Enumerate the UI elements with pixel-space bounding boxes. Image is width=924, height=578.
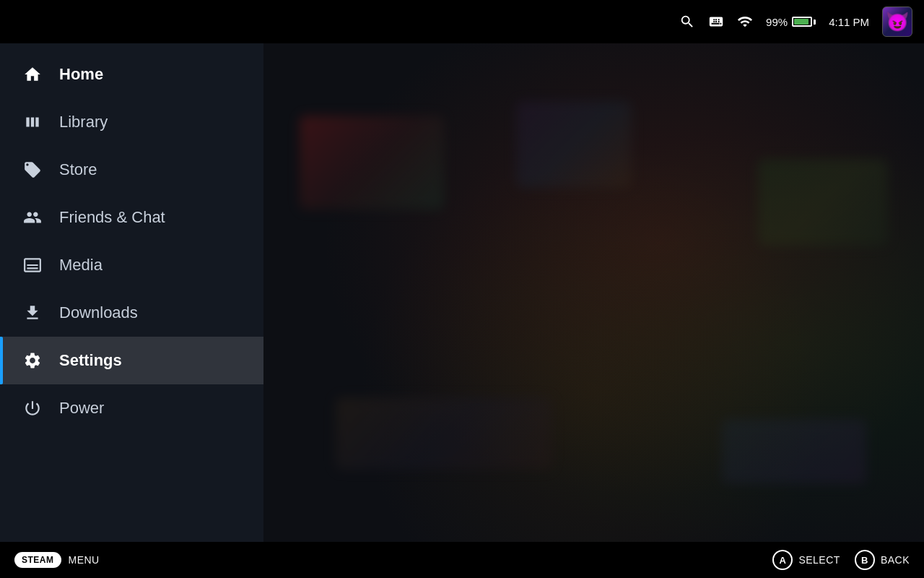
user-avatar[interactable]: 😈: [882, 7, 912, 37]
b-button[interactable]: B: [855, 550, 875, 570]
sidebar-label-friends: Friends & Chat: [59, 208, 165, 227]
wifi-icon: [737, 14, 753, 30]
sidebar-label-library: Library: [59, 113, 108, 131]
sidebar-label-downloads: Downloads: [59, 303, 138, 322]
sidebar-label-home: Home: [59, 65, 103, 84]
downloads-icon: [22, 302, 43, 324]
library-icon: [22, 111, 43, 133]
sidebar-item-media[interactable]: Media: [0, 241, 263, 289]
sidebar-item-power[interactable]: Power: [0, 384, 263, 432]
settings-icon: [22, 350, 43, 371]
battery-percent-label: 99%: [766, 16, 788, 28]
select-label: SELECT: [798, 554, 840, 566]
back-label: BACK: [881, 554, 910, 566]
friends-icon: [22, 207, 43, 228]
top-bar: 99% 4:11 PM 😈: [0, 0, 924, 43]
content-area: [263, 43, 924, 542]
a-button[interactable]: A: [772, 550, 793, 570]
keyboard-icon[interactable]: [708, 14, 724, 30]
background-art-2: [516, 101, 632, 188]
bottom-bar: STEAM MENU A SELECT B BACK: [0, 542, 924, 578]
bottom-right-controls: A SELECT B BACK: [772, 550, 910, 570]
steam-menu-button[interactable]: STEAM MENU: [14, 552, 100, 568]
media-icon: [22, 254, 43, 276]
avatar-image: 😈: [886, 11, 909, 33]
main-area: Home Library Store Friends & Chat: [0, 43, 924, 542]
clock: 4:11 PM: [829, 16, 869, 28]
store-icon: [22, 159, 43, 181]
sidebar: Home Library Store Friends & Chat: [0, 43, 263, 542]
back-button-group[interactable]: B BACK: [855, 550, 910, 570]
sidebar-item-library[interactable]: Library: [0, 98, 263, 146]
sidebar-label-power: Power: [59, 399, 104, 418]
background-art-1: [300, 116, 444, 210]
search-icon[interactable]: [679, 14, 695, 30]
battery-icon: [792, 17, 816, 27]
menu-label: MENU: [69, 554, 100, 566]
sidebar-item-store[interactable]: Store: [0, 146, 263, 194]
sidebar-item-downloads[interactable]: Downloads: [0, 289, 263, 337]
sidebar-item-home[interactable]: Home: [0, 51, 263, 98]
steam-badge[interactable]: STEAM: [14, 552, 61, 568]
sidebar-label-media: Media: [59, 256, 103, 275]
background-art-3: [758, 159, 888, 246]
home-icon: [22, 64, 43, 85]
battery-indicator: 99%: [766, 16, 816, 28]
background-art-4: [336, 397, 552, 470]
sidebar-item-friends[interactable]: Friends & Chat: [0, 194, 263, 241]
sidebar-label-settings: Settings: [59, 351, 122, 370]
power-icon: [22, 397, 43, 419]
select-button-group[interactable]: A SELECT: [772, 550, 840, 570]
background-art-5: [722, 419, 866, 484]
sidebar-item-settings[interactable]: Settings: [0, 337, 263, 384]
sidebar-label-store: Store: [59, 160, 97, 179]
